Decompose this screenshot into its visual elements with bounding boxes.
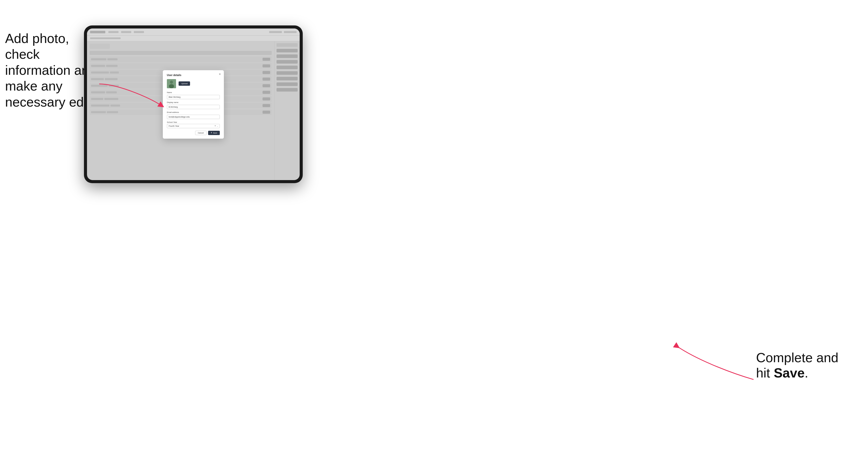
email-label: Email address	[167, 111, 220, 114]
school-year-value: Fourth Year	[169, 125, 179, 127]
cancel-button[interactable]: Cancel	[195, 131, 207, 135]
chevron-down-icon: ⌄	[217, 125, 218, 127]
name-input[interactable]	[167, 95, 220, 99]
display-name-field-group: Display name	[167, 101, 220, 109]
user-details-modal: User details ✕ Upload	[163, 70, 224, 138]
email-input[interactable]	[167, 115, 220, 119]
save-label: Save	[213, 132, 217, 134]
school-year-field-group: School Year Fourth Year ✕ ⌄	[167, 121, 220, 128]
arrow-left	[97, 82, 163, 113]
photo-section: Upload	[167, 79, 220, 88]
display-name-input[interactable]	[167, 105, 220, 109]
user-photo-thumbnail	[167, 79, 176, 88]
email-field-group: Email address	[167, 111, 220, 119]
name-label: Name	[167, 91, 220, 94]
modal-title: User details	[167, 74, 220, 76]
annotation-right: Complete and hit Save.	[756, 350, 848, 380]
arrow-right	[675, 341, 756, 383]
upload-photo-button[interactable]: Upload	[179, 82, 190, 86]
modal-close-button[interactable]: ✕	[218, 73, 221, 76]
save-button[interactable]: ⬆ Save	[208, 131, 220, 135]
modal-footer: Cancel ⬆ Save	[167, 131, 220, 135]
school-year-label: School Year	[167, 121, 220, 123]
name-field-group: Name	[167, 91, 220, 99]
display-name-label: Display name	[167, 101, 220, 103]
save-icon: ⬆	[211, 132, 212, 134]
school-year-select[interactable]: Fourth Year ✕ ⌄	[167, 124, 220, 128]
select-clear-icon[interactable]: ✕	[214, 125, 216, 127]
svg-point-2	[169, 84, 174, 88]
svg-point-1	[170, 81, 173, 84]
select-controls: ✕ ⌄	[214, 125, 218, 127]
